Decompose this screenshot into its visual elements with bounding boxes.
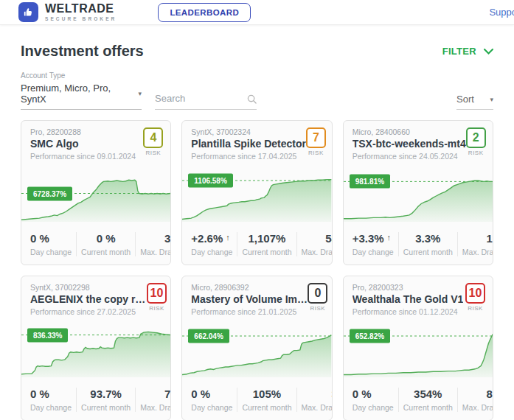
risk-indicator: 10 RISK	[147, 283, 167, 316]
current-month-value: 354%	[403, 388, 453, 400]
performance-chart: 836.33%	[21, 326, 170, 377]
account-type-number: SyntX, 37002298	[30, 283, 147, 292]
risk-badge: 4	[143, 127, 163, 148]
max-drawdown-label: Max. Drawdown	[140, 403, 171, 412]
performance-since: Performance since 21.01.2025	[191, 307, 308, 316]
performance-chart: 652.82%	[344, 326, 493, 377]
offer-title[interactable]: AEGLENIX the copy revolution	[30, 293, 147, 305]
risk-indicator: 10 RISK	[465, 283, 485, 316]
sort-label: Sort	[456, 94, 474, 105]
search-input[interactable]	[155, 90, 257, 110]
day-change-label: Day change	[30, 403, 72, 412]
performance-chart: 6728.37%	[21, 170, 170, 222]
performance-since: Performance since 24.05.2024	[352, 152, 466, 161]
performance-chart: 1106.58%	[182, 170, 331, 222]
sort-select[interactable]: Sort ▾	[456, 94, 493, 110]
account-type-number: Micro, 28400660	[352, 127, 466, 136]
brand-name: WELTRADE	[45, 3, 117, 15]
risk-indicator: 0 RISK	[308, 283, 327, 316]
day-change-value: +2.6%↑	[191, 232, 232, 245]
day-change-value: +3.3%↑	[352, 232, 394, 245]
day-change-label: Day change	[191, 403, 232, 412]
day-change-value: 0 %↑	[352, 388, 394, 400]
up-arrow-icon: ↑	[226, 233, 230, 242]
day-change-value: 0 %↑	[191, 388, 232, 400]
risk-indicator: 7 RISK	[306, 127, 326, 161]
risk-indicator: 2 RISK	[466, 127, 486, 161]
brand-tagline: SECURE BROKER	[45, 16, 117, 21]
account-type-value: Premium, Micro, Pro, SyntX	[21, 83, 138, 105]
current-month-label: Current month	[81, 403, 131, 412]
account-type-number: SyntX, 37002324	[191, 127, 306, 136]
offers-grid: Pro, 28200288 SMC Algo Performance since…	[21, 120, 493, 420]
current-month-label: Current month	[242, 248, 291, 256]
account-type-number: Pro, 28200323	[352, 283, 464, 292]
performance-since: Performance since 01.12.2024	[352, 307, 464, 316]
account-type-number: Micro, 28906392	[191, 283, 308, 292]
brand-logo-icon	[18, 2, 38, 22]
total-return-chip: 836.33%	[27, 328, 68, 342]
performance-since: Performance since 09.01.2024	[30, 152, 136, 161]
account-type-number: Pro, 28200288	[30, 127, 136, 136]
max-drawdown-label: Max. Drawdown	[302, 248, 333, 256]
performance-since: Performance since 27.02.2025	[30, 307, 147, 316]
current-month-value: 105%	[242, 388, 291, 400]
max-drawdown-label: Max. Drawdown	[140, 248, 171, 256]
max-drawdown-label: Max. Drawdown	[302, 403, 333, 412]
day-change-label: Day change	[352, 403, 394, 412]
current-month-value: 0 %	[81, 232, 131, 245]
chevron-down-icon	[484, 49, 493, 55]
risk-caption: RISK	[306, 150, 326, 156]
offer-card[interactable]: SyntX, 37002298 AEGLENIX the copy revolu…	[21, 276, 171, 420]
filter-toggle[interactable]: FILTER	[442, 46, 493, 57]
risk-caption: RISK	[147, 305, 167, 312]
total-return-chip: 6728.37%	[27, 186, 72, 200]
current-month-label: Current month	[403, 403, 453, 412]
leaderboard-button[interactable]: LEADERBOARD	[158, 3, 251, 22]
current-month-label: Current month	[403, 248, 453, 256]
offer-card[interactable]: Pro, 28200288 SMC Algo Performance since…	[21, 120, 171, 265]
current-month-value: 3.3%	[403, 232, 453, 245]
filter-label: FILTER	[442, 46, 476, 57]
offer-title[interactable]: Plantilla Spike Detector	[191, 138, 306, 150]
caret-down-icon: ▾	[490, 96, 493, 103]
account-type-select[interactable]: Account Type Premium, Micro, Pro, SyntX …	[21, 71, 142, 110]
day-change-label: Day change	[352, 248, 394, 256]
risk-badge: 10	[465, 283, 485, 304]
brand-logo[interactable]: WELTRADE SECURE BROKER	[18, 2, 117, 22]
max-drawdown-value: 79.4%	[140, 388, 171, 400]
day-change-label: Day change	[191, 248, 232, 256]
risk-badge: 7	[306, 127, 326, 148]
current-month-value: 93.7%	[81, 388, 131, 400]
day-change-value: 0 %↑	[30, 232, 72, 245]
offer-title[interactable]: SMC Algo	[30, 138, 136, 150]
offer-card[interactable]: Pro, 28200323 Wealthala The Gold V1 Perf…	[343, 276, 493, 420]
offer-title[interactable]: Mastery of Volume Impulse Fr...	[191, 293, 308, 305]
performance-chart: 662.04%	[182, 326, 331, 377]
risk-indicator: 4 RISK	[143, 127, 163, 161]
offer-card[interactable]: Micro, 28400660 TSX-btc-weekends-mt4 Per…	[343, 120, 493, 265]
support-link[interactable]: Support	[489, 7, 514, 18]
offer-card[interactable]: Micro, 28906392 Mastery of Volume Impuls…	[181, 276, 332, 420]
max-drawdown-value: 3.5%	[302, 388, 333, 400]
max-drawdown-value: 35.4%	[140, 232, 171, 245]
offer-card[interactable]: SyntX, 37002324 Plantilla Spike Detector…	[181, 120, 332, 265]
total-return-chip: 652.82%	[350, 329, 390, 343]
risk-caption: RISK	[465, 305, 485, 312]
risk-badge: 0	[308, 283, 327, 304]
risk-badge: 2	[466, 127, 486, 148]
search-icon	[247, 94, 257, 104]
offer-title[interactable]: TSX-btc-weekends-mt4	[352, 138, 466, 150]
max-drawdown-value: 17.1%	[462, 232, 493, 245]
risk-caption: RISK	[466, 150, 486, 156]
risk-badge: 10	[147, 283, 167, 304]
caret-down-icon: ▾	[138, 90, 142, 97]
day-change-value: 0 %↑	[30, 388, 72, 400]
max-drawdown-value: 58.1%	[302, 232, 333, 245]
current-month-label: Current month	[81, 248, 131, 256]
offer-title[interactable]: Wealthala The Gold V1	[352, 293, 464, 305]
total-return-chip: 981.81%	[350, 175, 390, 189]
performance-chart: 981.81%	[344, 170, 493, 222]
top-bar: WELTRADE SECURE BROKER LEADERBOARD Suppo…	[0, 0, 514, 25]
performance-since: Performance since 17.04.2025	[191, 152, 306, 161]
